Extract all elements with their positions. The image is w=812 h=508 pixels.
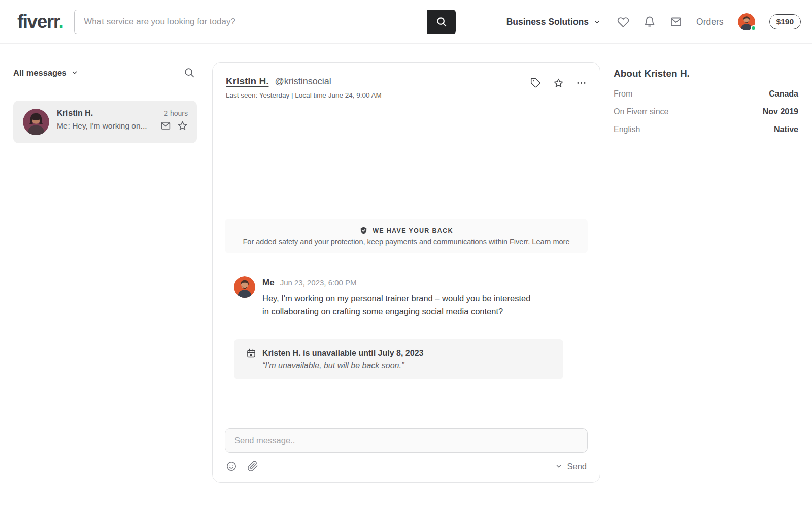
send-label: Send (567, 462, 587, 471)
star-conversation-button[interactable] (553, 78, 564, 88)
search-icon (184, 67, 195, 78)
paperclip-icon (247, 461, 258, 472)
message-composer: Send (225, 428, 588, 482)
star-icon (177, 120, 188, 131)
conversations-search-button[interactable] (184, 67, 195, 78)
online-status-dot (751, 25, 756, 31)
chevron-down-icon (71, 69, 78, 76)
about-row-from: From Canada (614, 88, 798, 100)
recipient-name-link[interactable]: Kristin H. (226, 76, 268, 87)
conversations-toolbar: All messages (13, 67, 197, 78)
star-conversation-button[interactable] (177, 120, 188, 131)
mark-unread-button[interactable] (160, 120, 171, 131)
orders-link[interactable]: Orders (696, 17, 723, 27)
attach-file-button[interactable] (247, 461, 258, 472)
search-icon (436, 16, 447, 27)
chat-panel: Kristin H. @kristinsocial Last seen: Yes… (212, 62, 600, 483)
top-navigation: fiverr. Business Solutions (0, 0, 812, 44)
message-input[interactable] (225, 428, 588, 453)
chat-header: Kristin H. @kristinsocial Last seen: Yes… (225, 63, 588, 108)
favorites-button[interactable] (617, 16, 629, 28)
star-icon (553, 78, 564, 88)
search-button[interactable] (427, 10, 456, 34)
about-row-language: English Native (614, 123, 798, 135)
safety-notice: WE HAVE YOUR BACK For added safety and y… (225, 219, 588, 253)
messages-button[interactable] (670, 16, 682, 28)
unavailable-title: Kristen H. is unavailable until July 8, … (262, 348, 423, 358)
learn-more-link[interactable]: Learn more (532, 238, 569, 246)
conversation-avatar (23, 109, 49, 135)
business-solutions-label: Business Solutions (506, 17, 589, 27)
about-row-member-since: On Fiverr since Nov 2019 (614, 106, 798, 117)
unavailable-quote: “I’m unavailable, but will be back soon.… (262, 361, 551, 370)
inbox-page: All messages Kristin H. (0, 44, 812, 508)
notifications-button[interactable] (644, 16, 656, 28)
unavailable-notice: Kristen H. is unavailable until July 8, … (234, 339, 563, 379)
mail-icon (670, 16, 682, 28)
bell-icon (644, 16, 656, 28)
about-label: About (614, 68, 641, 79)
label-conversation-button[interactable] (530, 78, 541, 88)
safety-body-text: For added safety and your protection, ke… (243, 238, 530, 246)
send-button[interactable]: Send (555, 462, 587, 471)
balance-badge[interactable]: $190 (769, 14, 801, 29)
recipient-username: @kristinsocial (275, 76, 331, 87)
about-row-value: Native (774, 123, 798, 135)
messages-filter-dropdown[interactable]: All messages (13, 68, 78, 78)
global-search (74, 10, 456, 34)
conversations-sidebar: All messages Kristin H. (13, 67, 197, 143)
about-row-label: On Fiverr since (614, 106, 668, 117)
more-options-button[interactable] (576, 78, 587, 88)
conversation-list-item[interactable]: Kristin H. 2 hours Me: Hey, I'm working … (13, 101, 197, 143)
mail-icon (160, 120, 171, 131)
chevron-down-icon (555, 463, 562, 470)
about-row-value: Canada (769, 88, 798, 100)
calendar-unavailable-icon (246, 348, 256, 358)
ellipsis-icon (576, 78, 587, 88)
fiverr-logo-text: fiverr (17, 11, 59, 32)
fiverr-logo[interactable]: fiverr. (17, 12, 63, 31)
fiverr-inbox-app: fiverr. Business Solutions (0, 0, 812, 508)
about-name-link[interactable]: Kristen H. (644, 68, 690, 79)
about-row-value: Nov 2019 (763, 106, 798, 117)
emoji-button[interactable] (226, 461, 237, 472)
search-input[interactable] (74, 10, 427, 34)
tag-icon (530, 78, 541, 88)
chat-body: WE HAVE YOUR BACK For added safety and y… (213, 108, 600, 482)
business-solutions-menu[interactable]: Business Solutions (506, 17, 601, 27)
shield-check-icon (359, 226, 368, 235)
heart-icon (617, 16, 629, 28)
message-avatar (234, 276, 255, 298)
conversation-preview: Me: Hey, I'm working on... (57, 121, 147, 131)
message-sender: Me (262, 278, 275, 288)
message-timestamp: Jun 23, 2023, 6:00 PM (280, 278, 357, 287)
conversation-name: Kristin H. (57, 109, 93, 118)
chevron-down-icon (593, 18, 601, 26)
top-nav-actions: Business Solutions Orders (506, 0, 801, 44)
about-row-label: English (614, 123, 640, 135)
chat-message: Me Jun 23, 2023, 6:00 PM Hey, I'm workin… (234, 276, 588, 318)
conversation-summary: Kristin H. 2 hours Me: Hey, I'm working … (57, 109, 188, 135)
smiley-icon (226, 461, 237, 472)
fiverr-logo-dot: . (59, 11, 63, 32)
conversation-time: 2 hours (164, 109, 188, 117)
recipient-status-line: Last seen: Yesterday | Local time June 2… (226, 91, 382, 99)
safety-title: WE HAVE YOUR BACK (373, 227, 453, 234)
profile-avatar[interactable] (738, 13, 755, 30)
message-body: Hey, I'm working on my personal trainer … (262, 292, 536, 318)
about-panel: About Kristen H. From Canada On Fiverr s… (614, 68, 798, 135)
messages-filter-label: All messages (13, 68, 66, 78)
about-row-label: From (614, 88, 632, 100)
